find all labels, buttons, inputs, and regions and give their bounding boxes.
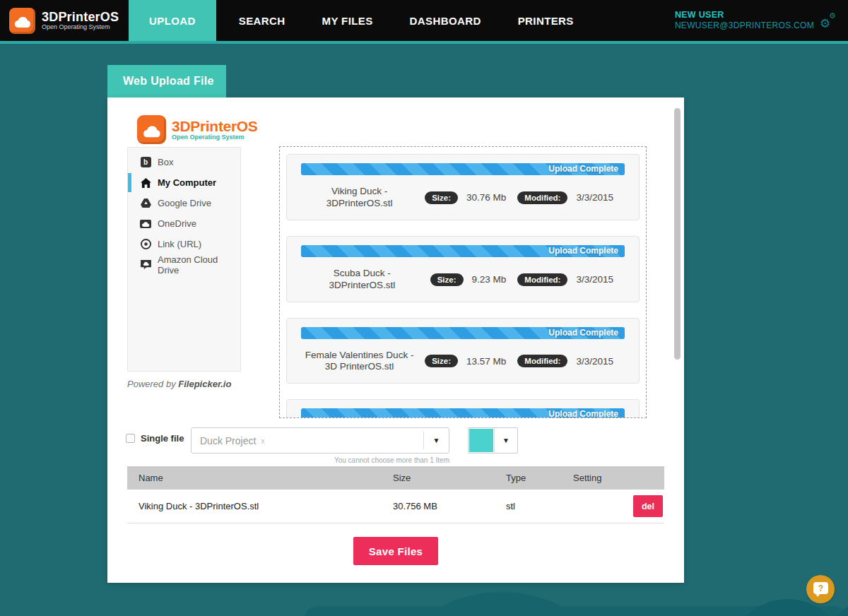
- upload-size: 30.76 Mb: [466, 192, 506, 203]
- 3dprinteros-logo-icon: [137, 115, 166, 144]
- modified-badge: Modified:: [517, 355, 567, 367]
- nav-tab-upload[interactable]: UPLOAD: [129, 0, 216, 41]
- home-icon: [140, 177, 151, 189]
- delete-file-button[interactable]: del: [633, 495, 663, 517]
- chevron-down-icon[interactable]: ▼: [423, 432, 449, 449]
- source-item-my-computer[interactable]: My Computer: [128, 172, 240, 193]
- source-label: My Computer: [158, 177, 216, 188]
- user-menu[interactable]: NEW USER NEWUSER@3DPRINTEROS.COM ⚙ ⚙: [675, 0, 848, 41]
- single-file-label: Single file: [141, 433, 184, 444]
- powered-by: Powered by Filepicker.io: [127, 379, 231, 389]
- upload-progress-bar: Upload Complete: [301, 408, 625, 418]
- chevron-down-icon[interactable]: ▼: [494, 428, 517, 453]
- modal-scrollbar[interactable]: [674, 108, 681, 360]
- project-select[interactable]: Duck Project x ▼: [191, 427, 449, 454]
- modified-badge: Modified:: [517, 191, 567, 204]
- box-icon: b: [140, 157, 151, 168]
- color-swatch[interactable]: [469, 429, 493, 452]
- user-name: NEW USER: [675, 10, 814, 21]
- nav-tab-search[interactable]: SEARCH: [220, 0, 304, 41]
- col-setting: Setting: [562, 473, 622, 483]
- amazon-cloud-icon: [140, 259, 151, 271]
- filepicker-logo-text: 3DPrinterOS Open Operating System: [172, 119, 258, 141]
- brand-text: 3DPrinterOS Open Operating System: [42, 11, 119, 30]
- files-table: Name Size Type Setting Viking Duck - 3DP…: [127, 466, 664, 523]
- upload-modified: 3/3/2015: [576, 192, 613, 203]
- page-title: Web Upload File: [107, 65, 226, 97]
- brand-subtitle: Open Operating System: [42, 24, 119, 30]
- filepicker-logo-title: 3DPrinterOS: [172, 119, 258, 134]
- source-label: Box: [158, 157, 173, 167]
- link-icon: [140, 239, 151, 250]
- upload-modal: 3DPrinterOS Open Operating System b Box …: [107, 97, 684, 583]
- col-name: Name: [127, 473, 382, 483]
- upload-size: 9.23 Mb: [472, 274, 507, 285]
- 3dprinteros-logo-icon: [9, 8, 35, 34]
- col-size: Size: [382, 473, 495, 483]
- source-item-box[interactable]: b Box: [128, 152, 240, 172]
- size-badge: Size:: [425, 355, 458, 367]
- source-item-link-url[interactable]: Link (URL): [128, 234, 240, 254]
- nav-accent-strip: [0, 41, 848, 44]
- user-email: NEWUSER@3DPRINTEROS.COM: [675, 20, 814, 31]
- select-hint: You cannot choose more than 1 Item: [191, 456, 449, 464]
- upload-item: Upload Complete Scuba Duck - 3DPrinterOS…: [286, 236, 640, 302]
- source-label: Google Drive: [158, 198, 211, 208]
- upload-item: Upload Complete Female Valentines Duck -…: [286, 318, 640, 384]
- remove-tag-icon[interactable]: x: [261, 437, 265, 445]
- upload-item: Upload Complete Viking Duck - 3DPrinterO…: [286, 154, 640, 220]
- project-select-value: Duck Project: [200, 435, 256, 446]
- upload-item: Upload Complete Cloud Duck - 3DPrinterOS…: [286, 399, 640, 418]
- size-badge: Size:: [430, 273, 464, 286]
- size-badge: Size:: [425, 191, 458, 204]
- source-label: OneDrive: [158, 218, 196, 229]
- onedrive-cloud-icon: [140, 218, 151, 230]
- filepicker-logo-subtitle: Open Operating System: [172, 134, 258, 141]
- top-nav: 3DPrinterOS Open Operating System UPLOAD…: [0, 0, 848, 41]
- file-name: Viking Duck - 3DPrinterOS.stl: [127, 501, 382, 511]
- upload-filename: Viking Duck - 3DPrinterOS.stl: [301, 186, 418, 210]
- upload-modified: 3/3/2015: [576, 274, 613, 285]
- brand[interactable]: 3DPrinterOS Open Operating System: [0, 0, 129, 41]
- upload-size: 13.57 Mb: [466, 356, 506, 367]
- upload-filename: Female Valentines Duck - 3D PrinterOS.st…: [301, 350, 418, 374]
- color-select[interactable]: ▼: [468, 427, 518, 454]
- source-item-google-drive[interactable]: Google Drive: [128, 193, 240, 213]
- filepicker-logo: 3DPrinterOS Open Operating System: [137, 115, 258, 144]
- col-type: Type: [495, 473, 562, 483]
- app-root: 3DPrinterOS Open Operating System UPLOAD…: [0, 0, 848, 616]
- source-label: Amazon Cloud Drive: [158, 254, 240, 276]
- upload-status: Upload Complete: [548, 246, 618, 256]
- help-button[interactable]: ?: [806, 575, 835, 603]
- upload-status: Upload Complete: [548, 164, 618, 174]
- nav-tab-dashboard[interactable]: DASHBOARD: [391, 0, 500, 41]
- upload-progress-bar: Upload Complete: [301, 245, 625, 257]
- upload-status: Upload Complete: [548, 409, 618, 418]
- file-type: stl: [495, 501, 562, 511]
- upload-status: Upload Complete: [548, 328, 618, 338]
- upload-progress-bar: Upload Complete: [301, 327, 625, 339]
- settings-gear-icon[interactable]: ⚙ ⚙: [820, 10, 838, 31]
- files-table-header: Name Size Type Setting: [127, 466, 664, 490]
- file-size: 30.756 MB: [382, 501, 495, 511]
- source-item-amazon-cloud-drive[interactable]: Amazon Cloud Drive: [128, 254, 240, 275]
- upload-filename: Scuba Duck - 3DPrinterOS.stl: [301, 268, 423, 292]
- user-info: NEW USER NEWUSER@3DPRINTEROS.COM: [675, 10, 814, 32]
- nav-tab-my-files[interactable]: MY FILES: [303, 0, 391, 41]
- table-row: Viking Duck - 3DPrinterOS.stl 30.756 MB …: [127, 490, 664, 523]
- upload-drop-area[interactable]: Upload Complete Viking Duck - 3DPrinterO…: [279, 146, 647, 418]
- filepicker-brand: Filepicker.io: [178, 379, 231, 389]
- upload-progress-bar: Upload Complete: [301, 163, 625, 175]
- question-bubble-icon: ?: [813, 582, 828, 594]
- upload-controls: Single file Duck Project x ▼ You cannot …: [107, 424, 684, 459]
- nav-tab-printers[interactable]: PRINTERS: [500, 0, 592, 41]
- source-label: Link (URL): [158, 239, 201, 249]
- brand-title: 3DPrinterOS: [42, 11, 119, 24]
- upload-modified: 3/3/2015: [576, 356, 613, 367]
- modified-badge: Modified:: [517, 273, 567, 286]
- google-drive-icon: [140, 198, 151, 209]
- single-file-checkbox[interactable]: [126, 434, 135, 443]
- source-sidebar: b Box My Computer Google Drive OneDrive: [127, 147, 241, 372]
- source-item-onedrive[interactable]: OneDrive: [128, 213, 240, 234]
- save-files-button[interactable]: Save Files: [353, 537, 438, 565]
